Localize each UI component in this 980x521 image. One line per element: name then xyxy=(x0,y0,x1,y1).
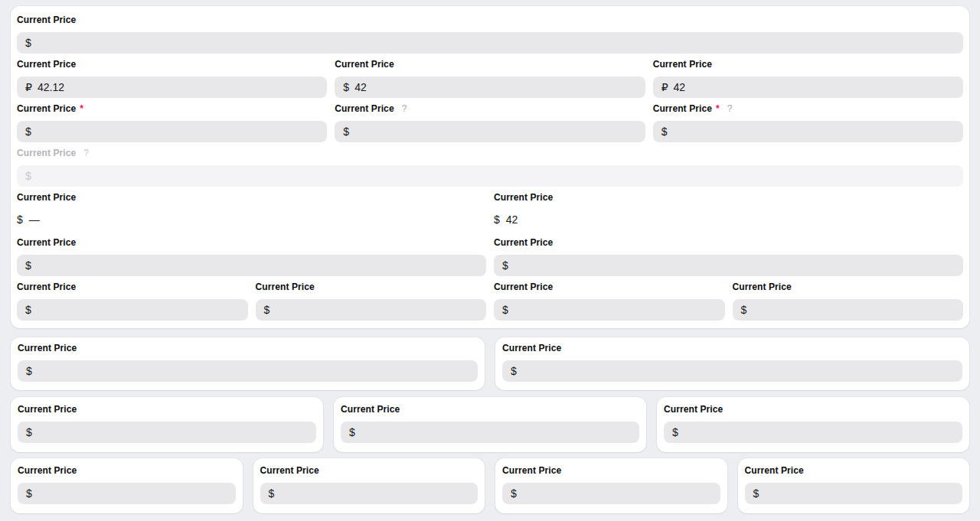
field-label-text: Current Price xyxy=(18,343,77,353)
price-card: Current Price $ xyxy=(657,397,969,452)
price-input[interactable]: $ 42 xyxy=(335,77,645,98)
card-row-three: Current Price $ Current Price $ xyxy=(11,397,969,452)
price-input[interactable]: $ xyxy=(502,360,962,382)
required-asterisk: * xyxy=(716,103,720,114)
currency-prefix: $ xyxy=(26,365,32,377)
field-label: Current Price xyxy=(335,59,645,70)
field-row-display: Current Price $ — Current Price $ 42 xyxy=(17,192,963,227)
field-label-text: Current Price xyxy=(745,465,804,476)
price-input[interactable]: $ xyxy=(17,121,327,142)
field-label: Current Price xyxy=(745,465,963,476)
currency-prefix: $ xyxy=(502,259,508,272)
price-input[interactable]: ₽ 42 xyxy=(653,77,963,98)
price-input[interactable]: $ xyxy=(745,483,963,504)
price-field: Current Price $ xyxy=(664,404,962,443)
price-input[interactable]: $ xyxy=(17,255,486,276)
field-label-text: Current Price xyxy=(653,103,712,114)
currency-prefix: $ xyxy=(269,487,275,500)
price-input[interactable]: $ xyxy=(494,255,963,276)
field-label-text: Current Price xyxy=(17,15,76,25)
price-card: Current Price $ xyxy=(11,337,485,390)
price-display-value: $ — xyxy=(17,212,486,227)
field-label-text: Current Price xyxy=(256,282,315,292)
price-input[interactable]: $ xyxy=(733,299,964,321)
price-field-required-with-help: Current Price * ? $ xyxy=(653,103,963,142)
price-input[interactable]: $ xyxy=(17,299,248,321)
field-label-text: Current Price xyxy=(335,59,394,70)
price-card: Current Price $ xyxy=(11,458,243,513)
field-label: Current Price * xyxy=(17,103,327,114)
help-icon[interactable]: ? xyxy=(402,103,407,114)
price-field: Current Price $ xyxy=(733,282,964,321)
price-card: Current Price $ xyxy=(253,458,485,513)
field-label: Current Price xyxy=(494,192,963,203)
field-label: Current Price ? xyxy=(17,148,963,158)
field-label-text: Current Price xyxy=(17,237,76,248)
field-label-text: Current Price xyxy=(733,282,792,292)
currency-prefix: $ xyxy=(25,304,31,316)
price-field: Current Price $ 42 xyxy=(335,59,645,98)
field-label: Current Price * ? xyxy=(653,103,963,114)
price-input[interactable]: $ xyxy=(664,422,962,443)
price-display-field: Current Price $ 42 xyxy=(494,192,963,227)
main-showcase-card: Current Price $ Current Price ₽ 42.12 xyxy=(11,6,969,328)
field-label-text: Current Price xyxy=(17,148,76,158)
field-label-text: Current Price xyxy=(494,237,553,248)
price-field: Current Price ₽ 42.12 xyxy=(17,59,327,98)
help-icon: ? xyxy=(83,148,89,158)
price-field: Current Price $ xyxy=(494,237,963,276)
field-label-text: Current Price xyxy=(17,282,76,292)
price-input[interactable]: $ xyxy=(18,483,236,504)
price-input[interactable]: $ xyxy=(494,299,725,321)
currency-prefix: $ xyxy=(494,212,500,227)
currency-prefix: $ xyxy=(511,365,517,377)
field-label-text: Current Price xyxy=(502,465,561,476)
price-field: Current Price $ xyxy=(17,237,486,276)
field-row-disabled: Current Price ? $ xyxy=(17,148,963,187)
field-label: Current Price xyxy=(494,282,725,292)
currency-prefix: $ xyxy=(349,426,355,438)
field-row-four-col: Current Price $ Current Price $ Curren xyxy=(17,282,963,321)
input-value: 42 xyxy=(354,81,367,93)
price-input[interactable]: ₽ 42.12 xyxy=(17,77,327,98)
price-field-with-help: Current Price ? $ xyxy=(335,103,645,142)
field-label: Current Price xyxy=(494,237,963,248)
field-label-text: Current Price xyxy=(18,465,77,476)
field-label: Current Price xyxy=(664,404,962,415)
price-field: Current Price $ xyxy=(17,15,963,54)
price-input[interactable]: $ xyxy=(256,299,487,321)
price-input[interactable]: $ xyxy=(653,121,963,142)
help-icon[interactable]: ? xyxy=(727,103,733,114)
price-field: Current Price $ xyxy=(256,282,487,321)
price-input[interactable]: $ xyxy=(260,483,479,504)
price-input[interactable]: $ xyxy=(335,121,645,142)
currency-prefix: $ xyxy=(343,125,349,138)
price-input-disabled: $ xyxy=(17,165,963,187)
currency-prefix: $ xyxy=(25,259,31,272)
field-label-text: Current Price xyxy=(664,404,723,415)
price-input[interactable]: $ xyxy=(341,422,639,443)
field-label: Current Price xyxy=(502,465,720,476)
currency-prefix: $ xyxy=(343,81,349,93)
price-input[interactable]: $ xyxy=(17,32,963,54)
currency-prefix: $ xyxy=(17,212,23,227)
price-card: Current Price $ xyxy=(738,458,970,513)
price-input[interactable]: $ xyxy=(502,483,720,504)
input-value: 42.12 xyxy=(38,81,64,93)
price-field: Current Price $ xyxy=(18,404,316,443)
field-label: Current Price xyxy=(18,404,316,415)
price-field: Current Price $ xyxy=(260,465,479,504)
field-label: Current Price xyxy=(653,59,963,70)
price-field: Current Price $ xyxy=(745,465,963,504)
price-input[interactable]: $ xyxy=(18,360,478,382)
currency-prefix: $ xyxy=(753,487,760,500)
field-label-text: Current Price xyxy=(335,103,394,114)
field-label: Current Price xyxy=(17,282,248,292)
price-input[interactable]: $ xyxy=(18,422,316,443)
price-field: Current Price $ xyxy=(502,465,720,504)
card-row-two: Current Price $ Current Price $ xyxy=(11,337,969,390)
field-row-values: Current Price ₽ 42.12 Current Price $ 42 xyxy=(17,59,963,98)
field-row-states: Current Price * $ Current Price ? $ xyxy=(17,103,963,142)
field-label-text: Current Price xyxy=(260,465,319,476)
field-label: Current Price xyxy=(256,282,487,292)
